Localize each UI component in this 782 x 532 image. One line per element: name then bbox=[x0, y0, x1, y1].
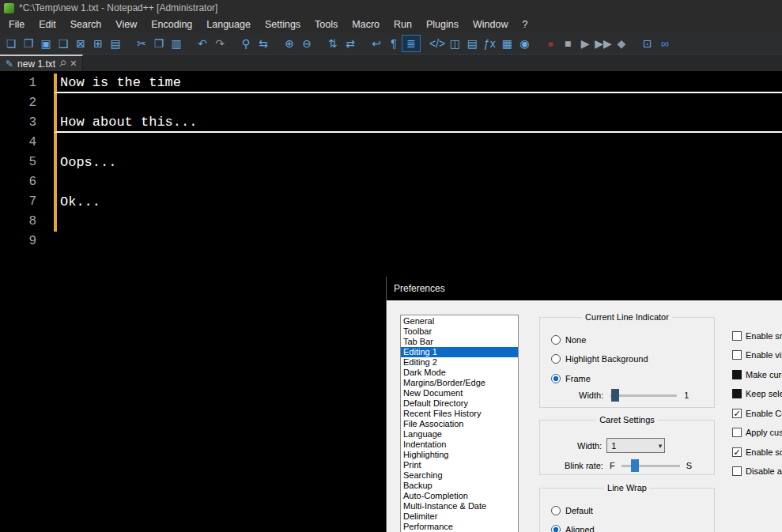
line-number[interactable]: 4 bbox=[0, 133, 54, 153]
slider-thumb[interactable] bbox=[611, 389, 619, 402]
checkbox[interactable] bbox=[732, 331, 742, 341]
line-number[interactable]: 6 bbox=[0, 172, 54, 192]
tab-new-1[interactable]: ✎ new 1.txt ⚲ ✕ bbox=[0, 55, 83, 71]
radio-frame[interactable]: Frame bbox=[551, 373, 648, 383]
pref-category-print[interactable]: Print bbox=[401, 460, 518, 470]
editor-text-area[interactable] bbox=[54, 212, 782, 232]
menu-macro[interactable]: Macro bbox=[345, 17, 387, 32]
pref-category-file-association[interactable]: File Association bbox=[401, 419, 518, 429]
pref-category-multi-instance-date[interactable]: Multi-Instance & Date bbox=[401, 501, 518, 511]
menu-edit[interactable]: Edit bbox=[32, 17, 63, 32]
show-all-characters-icon[interactable]: ¶ bbox=[385, 36, 402, 51]
pref-category-editing-2[interactable]: Editing 2 bbox=[401, 357, 518, 368]
menu-plugins[interactable]: Plugins bbox=[419, 17, 466, 32]
radio-aligned[interactable]: Aligned bbox=[551, 525, 595, 532]
redo-icon[interactable]: ↷ bbox=[211, 36, 229, 51]
close-tab-icon[interactable]: ✕ bbox=[70, 58, 77, 69]
pref-category-highlighting[interactable]: Highlighting bbox=[401, 450, 518, 460]
close-icon[interactable]: ⊠ bbox=[72, 36, 89, 51]
pref-category-tab-bar[interactable]: Tab Bar bbox=[401, 337, 518, 347]
menu-search[interactable]: Search bbox=[63, 17, 109, 32]
sync-horizontal-scroll-icon[interactable]: ⇄ bbox=[342, 36, 359, 51]
editor-text-area[interactable] bbox=[54, 172, 782, 192]
radio-button[interactable] bbox=[551, 506, 561, 515]
editor-text-area[interactable] bbox=[54, 232, 782, 251]
menu-view[interactable]: View bbox=[108, 17, 144, 32]
pref-category-new-document[interactable]: New Document bbox=[401, 388, 518, 398]
menu-encoding[interactable]: Encoding bbox=[144, 17, 199, 32]
menu-file[interactable]: File bbox=[2, 17, 32, 32]
radio-button[interactable] bbox=[551, 354, 561, 364]
checkbox[interactable] bbox=[732, 466, 742, 476]
sync-vertical-scroll-icon[interactable]: ⇅ bbox=[324, 36, 342, 51]
checkbox-make-curre[interactable]: Make curre bbox=[732, 369, 782, 379]
checkbox-apply-cust[interactable]: Apply cust bbox=[732, 428, 782, 438]
editor-text-area[interactable] bbox=[54, 133, 782, 153]
radio-button[interactable] bbox=[551, 525, 561, 532]
editor-text-area[interactable]: How about this... bbox=[54, 113, 782, 133]
folder-as-workspace-icon[interactable]: ▦ bbox=[498, 36, 516, 51]
undo-icon[interactable]: ↶ bbox=[194, 36, 211, 51]
line-number[interactable]: 8 bbox=[0, 212, 54, 232]
pref-category-default-directory[interactable]: Default Directory bbox=[401, 398, 518, 409]
line-number[interactable]: 9 bbox=[0, 232, 54, 251]
radio-highlight-background[interactable]: Highlight Background bbox=[551, 354, 648, 364]
open-file-icon[interactable]: ❒ bbox=[20, 36, 37, 51]
pref-category-delimiter[interactable]: Delimiter bbox=[401, 511, 518, 522]
checkbox-enable-scro[interactable]: ✓Enable scro bbox=[732, 447, 782, 457]
indent-guide-icon[interactable]: ≣ bbox=[402, 36, 420, 51]
replace-icon[interactable]: ⇆ bbox=[255, 36, 272, 51]
checkbox-keep-selec[interactable]: Keep selec bbox=[732, 389, 782, 399]
line-number[interactable]: 5 bbox=[0, 153, 54, 172]
monitoring-icon[interactable]: ◉ bbox=[516, 36, 533, 51]
menu-language[interactable]: Language bbox=[199, 17, 258, 32]
editor-text-area[interactable]: Now is the time bbox=[54, 74, 782, 93]
macro-play-icon[interactable]: ▶ bbox=[576, 36, 594, 51]
macro-save-icon[interactable]: ◆ bbox=[613, 36, 630, 51]
pref-category-editing-1[interactable]: Editing 1 bbox=[401, 347, 518, 357]
checkbox[interactable]: ✓ bbox=[732, 447, 742, 457]
pref-category-language[interactable]: Language bbox=[401, 429, 518, 440]
save-all-icon[interactable]: ❑ bbox=[55, 36, 72, 51]
macro-run-multiple-icon[interactable]: ▶▶ bbox=[594, 36, 613, 51]
function-list-icon[interactable]: ƒx bbox=[481, 36, 498, 51]
pref-category-dark-mode[interactable]: Dark Mode bbox=[401, 368, 518, 378]
current-line-width-slider[interactable] bbox=[610, 394, 677, 397]
menu-run[interactable]: Run bbox=[387, 17, 419, 32]
zoom-in-icon[interactable]: ⊕ bbox=[281, 36, 298, 51]
editor-text-area[interactable] bbox=[54, 93, 782, 113]
title-bar[interactable]: *C:\Temp\new 1.txt - Notepad++ [Administ… bbox=[0, 0, 782, 16]
caret-width-combobox[interactable]: 1 ▾ bbox=[606, 438, 665, 453]
pin-icon[interactable]: ⚲ bbox=[57, 58, 69, 70]
slider-thumb[interactable] bbox=[631, 459, 639, 472]
checkbox[interactable] bbox=[732, 370, 742, 379]
menu-window[interactable]: Window bbox=[466, 17, 515, 32]
checkbox-enable-virt[interactable]: Enable virt bbox=[732, 350, 782, 360]
macro-record-icon[interactable]: ● bbox=[542, 36, 559, 51]
menu-tools[interactable]: Tools bbox=[308, 17, 345, 32]
line-number[interactable]: 3 bbox=[0, 113, 54, 133]
paste-icon[interactable]: ▥ bbox=[168, 36, 185, 51]
editor-text-area[interactable]: Ok... bbox=[54, 192, 782, 212]
radio-default[interactable]: Default bbox=[551, 505, 595, 515]
pref-category-margins-border-edge[interactable]: Margins/Border/Edge bbox=[401, 378, 518, 388]
checkbox-disable-adv[interactable]: Disable adv bbox=[732, 466, 782, 477]
cut-icon[interactable]: ✂ bbox=[133, 36, 150, 51]
save-icon[interactable]: ▣ bbox=[37, 36, 55, 51]
checkbox-enable-cop[interactable]: ✓Enable Cop bbox=[732, 408, 782, 418]
checkbox-enable-smo[interactable]: Enable smo bbox=[732, 330, 782, 341]
radio-none[interactable]: None bbox=[551, 334, 648, 345]
pref-category-recent-files-history[interactable]: Recent Files History bbox=[401, 409, 518, 419]
function-completion-icon[interactable]: </> bbox=[429, 36, 446, 51]
close-all-icon[interactable]: ⊞ bbox=[89, 36, 107, 51]
zoom-out-icon[interactable]: ⊖ bbox=[298, 36, 315, 51]
pref-category-general[interactable]: General bbox=[401, 316, 518, 326]
pref-category-toolbar[interactable]: Toolbar bbox=[401, 326, 518, 337]
macro-stop-icon[interactable]: ■ bbox=[559, 36, 576, 51]
pref-category-backup[interactable]: Backup bbox=[401, 481, 518, 491]
word-wrap-icon[interactable]: ↩ bbox=[368, 36, 385, 51]
checkbox[interactable] bbox=[732, 428, 742, 437]
checkbox[interactable]: ✓ bbox=[732, 409, 742, 418]
line-number[interactable]: 1 bbox=[0, 74, 54, 93]
document-map-icon[interactable]: ◫ bbox=[446, 36, 463, 51]
